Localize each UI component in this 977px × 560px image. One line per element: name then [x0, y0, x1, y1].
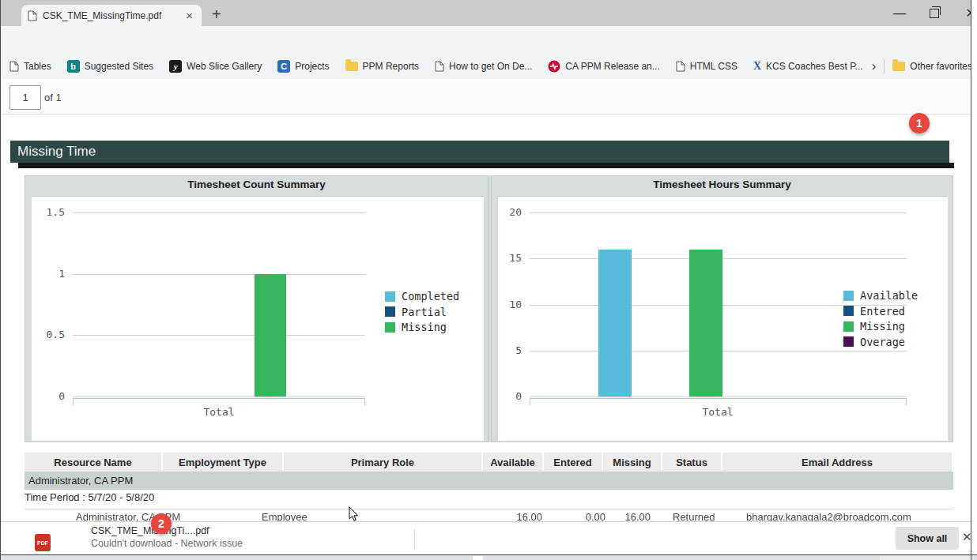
- tab-close-icon[interactable]: ×: [183, 9, 195, 21]
- column-header-entered: Entered: [544, 453, 603, 472]
- y-tick-label: 5: [485, 344, 522, 356]
- page-icon: [9, 61, 19, 72]
- bookmark-item-html-css[interactable]: HTML CSS: [676, 61, 737, 72]
- other-favorites-button[interactable]: Other favorites: [892, 61, 972, 72]
- title-bar: CSK_TME_MissingTime.pdf × + — ✕: [0, 0, 977, 26]
- bookmarks-overflow-chevron[interactable]: ›: [872, 58, 877, 74]
- y-tick-label: 10: [485, 299, 522, 310]
- detail-available: 16.00: [487, 511, 542, 521]
- column-header-resource-name: Resource Name: [25, 453, 163, 472]
- bookmark-item-projects[interactable]: CProjects: [277, 60, 329, 73]
- bookmarks-separator: [884, 59, 885, 73]
- legend-item-entered: Entered: [843, 305, 905, 318]
- gridline: [530, 397, 907, 397]
- bookmark-item-how-to-get-on-de[interactable]: How to get On De...: [435, 61, 532, 72]
- bookmark-item-kcs-coaches-best-p[interactable]: XKCS Coaches Best P...: [753, 60, 863, 73]
- bookmark-label: HTML CSS: [690, 61, 737, 72]
- bookmark-label: Projects: [295, 61, 329, 72]
- bookmark-label: How to get On De...: [449, 61, 532, 72]
- pdf-toolbar: of 1 − + ↺ ↔ Draw Erase: [0, 79, 977, 115]
- gridline: [73, 274, 365, 275]
- bar-available: [598, 250, 632, 397]
- page-icon: [435, 61, 444, 72]
- browser-tab[interactable]: CSK_TME_MissingTime.pdf ×: [21, 5, 202, 26]
- chart-hours: Timesheet Hours Summary20151050TotalAvai…: [491, 175, 953, 442]
- bing-icon: b: [67, 60, 80, 73]
- y-tick-label: 15: [485, 252, 522, 264]
- x-axis-label: Total: [172, 406, 266, 418]
- bookmark-item-suggested-sites[interactable]: bSuggested Sites: [67, 60, 153, 73]
- download-shelf: PDF CSK_TME_MissingTi....pdf Couldn't do…: [0, 521, 971, 554]
- y-tick-label: 0: [485, 390, 522, 402]
- bar-missing: [255, 274, 286, 397]
- legend-swatch-entered: [843, 306, 854, 316]
- download-item[interactable]: PDF CSK_TME_MissingTi....pdf Couldn't do…: [32, 527, 427, 552]
- detail-email: bhargav.kanagala2@broadcom.com: [746, 511, 911, 521]
- y-tick-label: 20: [485, 206, 522, 218]
- show-all-label: Show all: [907, 533, 948, 544]
- x-axis-label: Total: [670, 406, 765, 418]
- folder-icon: [892, 62, 905, 71]
- pdf-page: Missing Time Timesheet Count Summary1.51…: [1, 115, 971, 521]
- legend-item-overage: Overage: [843, 336, 905, 348]
- chart-plot-area: 1.510.50TotalCompletedPartialMissing: [32, 196, 484, 441]
- bookmark-item-ppm-reports[interactable]: PPM Reports: [345, 61, 419, 72]
- legend-item-available: Available: [843, 289, 918, 302]
- column-header-primary-role: Primary Role: [284, 453, 483, 472]
- x-axis-bracket: [530, 398, 907, 405]
- folder-icon: [345, 62, 358, 71]
- page-number-input[interactable]: [9, 85, 41, 110]
- bookmark-label: Tables: [24, 61, 51, 72]
- webslice-icon: y: [169, 60, 182, 73]
- column-header-available: Available: [483, 453, 544, 472]
- page-icon: [28, 10, 37, 21]
- group-row-label: Administrator, CA PPM: [28, 475, 133, 487]
- broadcom-icon: [548, 60, 560, 73]
- bookmarks-list: TablesbSuggested SitesyWeb Slice Gallery…: [0, 60, 872, 73]
- legend-label: Overage: [860, 336, 905, 348]
- bookmark-item-web-slice-gallery[interactable]: yWeb Slice Gallery: [169, 60, 262, 73]
- y-tick-label: 1.5: [28, 206, 65, 218]
- detail-employment-type: Employee: [262, 511, 307, 521]
- bar-missing: [689, 250, 722, 397]
- chart-count: Timesheet Count Summary1.510.50TotalComp…: [25, 175, 488, 442]
- taskbar-item: [473, 556, 483, 560]
- bookmark-item-ca-ppm-release-an[interactable]: CA PPM Release an...: [548, 60, 659, 73]
- detail-missing: 16.00: [605, 511, 651, 521]
- minimize-button[interactable]: —: [884, 0, 915, 26]
- navigation-bar: ← → ↻ ⌂ Not secure /reportservice/flow.h…: [0, 26, 977, 54]
- download-status: Couldn't download - Network issue: [91, 538, 243, 549]
- legend-label: Entered: [860, 305, 905, 318]
- mouse-cursor: [349, 506, 359, 521]
- legend-swatch-available: [843, 291, 854, 301]
- legend-swatch-missing: [843, 321, 854, 332]
- bookmark-label: Web Slice Gallery: [187, 61, 262, 72]
- legend-label: Missing: [860, 320, 905, 333]
- bookmark-item-tables[interactable]: Tables: [9, 61, 51, 72]
- bookmarks-bar: TablesbSuggested SitesyWeb Slice Gallery…: [0, 54, 977, 79]
- legend-swatch-partial: [385, 306, 395, 317]
- report-title-shadow: [18, 163, 954, 168]
- taskbar-strip: [0, 554, 977, 560]
- legend-item-partial: Partial: [385, 306, 447, 318]
- kcs-icon: X: [753, 60, 761, 73]
- legend-label: Available: [860, 289, 918, 302]
- browser-window: CSK_TME_MissingTime.pdf × + — ✕ ← → ↻ ⌂ …: [0, 0, 977, 560]
- page-icon: [676, 61, 685, 72]
- gridline: [73, 397, 365, 397]
- column-header-status: Status: [662, 453, 722, 472]
- new-tab-button[interactable]: +: [212, 6, 221, 24]
- restore-button[interactable]: [919, 0, 950, 26]
- gridline: [73, 335, 365, 336]
- chart-title: Timesheet Hours Summary: [492, 179, 952, 190]
- column-header-employment-type: Employment Type: [163, 453, 284, 472]
- detail-entered: 0.00: [550, 511, 605, 521]
- clarity-icon: C: [277, 60, 290, 73]
- gridline: [73, 212, 365, 213]
- show-all-button[interactable]: Show all: [896, 527, 959, 550]
- download-filename: CSK_TME_MissingTi....pdf: [91, 525, 209, 536]
- detail-status: Returned: [673, 511, 715, 521]
- gridline: [530, 212, 907, 213]
- legend-label: Completed: [402, 290, 459, 303]
- y-tick-label: 0.5: [28, 329, 65, 340]
